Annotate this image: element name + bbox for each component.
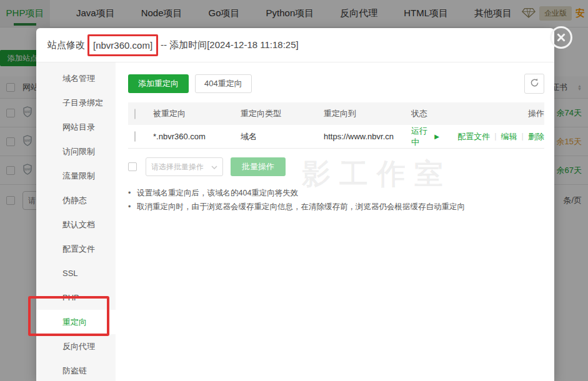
redirect-panel: 添加重定向 404重定向 被重定向 重定向类型 重定向到 状态 xyxy=(116,62,554,381)
delete-link[interactable]: 删除 xyxy=(528,131,544,142)
action-separator: | xyxy=(522,131,524,142)
sidebar-item-subdir[interactable]: 子目录绑定 xyxy=(36,91,116,115)
tip-item: 设置域名重定向后，该域名的404重定向将失效 xyxy=(128,186,544,200)
running-play-icon: ▶ xyxy=(434,133,439,140)
batch-operation-bar: 请选择批量操作 批量操作 xyxy=(128,157,544,176)
sidebar-item-site-dir[interactable]: 网站目录 xyxy=(36,115,116,139)
404-redirect-button[interactable]: 404重定向 xyxy=(195,74,252,93)
sidebar-item-rewrite[interactable]: 伪静态 xyxy=(36,188,116,212)
col-header-type: 重定向类型 xyxy=(241,108,324,119)
sidebar-item-hotlink[interactable]: 防盗链 xyxy=(36,359,116,381)
redirect-target: https://www.nbvr.cn xyxy=(324,132,411,141)
batch-apply-button[interactable]: 批量操作 xyxy=(231,157,286,176)
redirect-table-header: 被重定向 重定向类型 重定向到 状态 操作 xyxy=(128,102,544,125)
domain-annotation-box: [nbvr360.com] xyxy=(87,34,158,56)
sidebar-item-domains[interactable]: 域名管理 xyxy=(36,66,116,91)
edit-link[interactable]: 编辑 xyxy=(501,131,517,142)
sidebar-item-redirect[interactable]: 重定向 xyxy=(36,310,116,334)
modal-title-suffix: -- 添加时间[2024-12-18 11:18:25] xyxy=(161,39,299,51)
select-all-checkbox[interactable] xyxy=(134,109,136,119)
modal-title-prefix: 站点修改 xyxy=(47,39,85,51)
sidebar-item-access-limit[interactable]: 访问限制 xyxy=(36,139,116,164)
status-badge[interactable]: 运行中 ▶ xyxy=(411,126,439,148)
redirect-table: 被重定向 重定向类型 重定向到 状态 操作 *.nbvr360.com 域名 h… xyxy=(128,102,544,149)
action-separator: | xyxy=(494,131,496,142)
col-header-status: 状态 xyxy=(411,108,439,119)
chevron-down-icon xyxy=(211,162,217,171)
sidebar-item-ssl[interactable]: SSL xyxy=(36,261,116,285)
redirect-source: *.nbvr360.com xyxy=(153,132,241,141)
batch-select-placeholder: 请选择批量操作 xyxy=(151,162,204,172)
sidebar-item-reverse-proxy[interactable]: 反向代理 xyxy=(36,334,116,359)
redirect-type: 域名 xyxy=(241,131,324,142)
col-header-actions: 操作 xyxy=(439,108,544,119)
config-file-link[interactable]: 配置文件 xyxy=(457,131,490,142)
sidebar-item-default-doc[interactable]: 默认文档 xyxy=(36,212,116,237)
modal-sidebar: 域名管理 子目录绑定 网站目录 访问限制 流量限制 伪静态 默认文档 配置文件 … xyxy=(36,62,116,381)
sidebar-item-php[interactable]: PHP xyxy=(36,285,116,310)
page: PHP项目 Java项目 Node项目 Go项目 Python项目 反向代理 H… xyxy=(0,0,588,381)
batch-operation-select[interactable]: 请选择批量操作 xyxy=(146,157,223,176)
sidebar-item-config-file[interactable]: 配置文件 xyxy=(36,237,116,261)
refresh-icon xyxy=(530,78,539,89)
redirect-row: *.nbvr360.com 域名 https://www.nbvr.cn 运行中… xyxy=(128,125,544,149)
add-redirect-button[interactable]: 添加重定向 xyxy=(128,74,189,93)
col-header-target: 重定向到 xyxy=(324,108,411,119)
row-checkbox[interactable] xyxy=(134,131,136,142)
tips-list: 设置域名重定向后，该域名的404重定向将失效 取消重定向时，由于浏览器会缓存重定… xyxy=(128,186,544,214)
modal-close-button[interactable] xyxy=(550,26,572,49)
batch-checkbox[interactable] xyxy=(128,162,137,171)
col-header-source: 被重定向 xyxy=(153,108,241,119)
refresh-button[interactable] xyxy=(524,74,544,94)
status-label: 运行中 xyxy=(411,126,432,148)
tip-item: 取消重定向时，由于浏览器会缓存重定向信息，在清除缓存前，浏览器仍会根据缓存自动重… xyxy=(128,200,544,214)
sidebar-item-traffic-limit[interactable]: 流量限制 xyxy=(36,164,116,188)
modal-title: 站点修改 [nbvr360.com] -- 添加时间[2024-12-18 11… xyxy=(36,28,554,62)
site-settings-modal: 站点修改 [nbvr360.com] -- 添加时间[2024-12-18 11… xyxy=(36,28,554,381)
